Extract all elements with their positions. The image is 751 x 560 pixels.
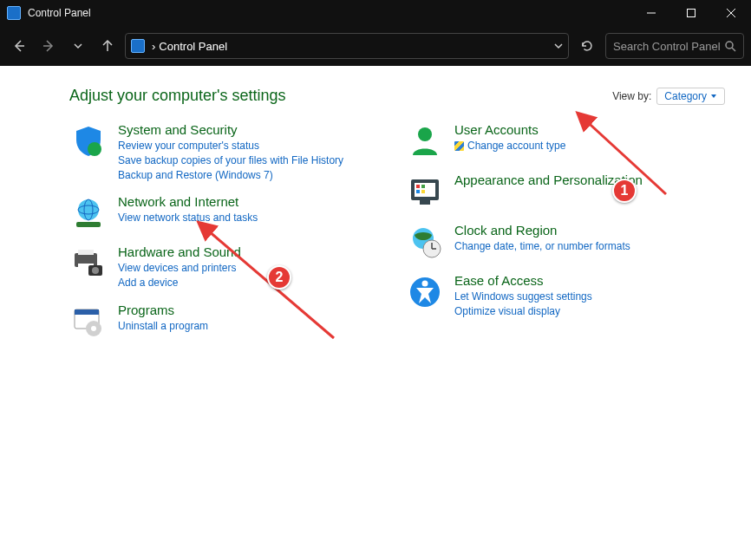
- link-backup-restore[interactable]: Backup and Restore (Windows 7): [118, 168, 389, 183]
- search-input[interactable]: Search Control Panel: [605, 33, 744, 59]
- user-icon: [406, 122, 444, 160]
- chevron-down-icon: [74, 42, 82, 50]
- app-icon: [7, 6, 21, 20]
- close-icon: [727, 9, 735, 17]
- svg-rect-26: [416, 185, 420, 188]
- maximize-button[interactable]: [671, 0, 711, 26]
- annotation-badge-2: 2: [267, 265, 291, 290]
- dropdown-triangle-icon: [710, 93, 717, 100]
- printer-camera-icon: [69, 244, 108, 283]
- minimize-button[interactable]: [631, 0, 671, 26]
- arrow-up-icon: [101, 39, 114, 53]
- address-bar[interactable]: › Control Panel: [125, 33, 569, 59]
- back-button[interactable]: [7, 34, 31, 58]
- breadcrumb-control-panel[interactable]: Control Panel: [159, 40, 227, 53]
- arrow-left-icon: [12, 39, 26, 53]
- svg-rect-1: [688, 10, 695, 17]
- minimize-icon: [647, 9, 656, 17]
- svg-point-10: [78, 199, 99, 220]
- page-title: Adjust your computer's settings: [69, 87, 286, 105]
- appearance-icon: [406, 173, 444, 211]
- navbar: › Control Panel Search Control Panel: [0, 26, 751, 66]
- viewby-value: Category: [664, 90, 707, 102]
- shield-icon: [69, 122, 108, 160]
- recent-locations-button[interactable]: [66, 34, 90, 58]
- programs-icon: [69, 303, 108, 341]
- link-review-status[interactable]: Review your computer's status: [118, 139, 389, 153]
- svg-rect-20: [75, 309, 99, 315]
- breadcrumb-separator: ›: [152, 40, 155, 53]
- svg-rect-27: [421, 185, 425, 188]
- search-icon: [724, 40, 736, 52]
- header-row: Adjust your computer's settings View by:…: [69, 87, 725, 105]
- svg-point-7: [726, 42, 733, 49]
- svg-point-18: [92, 267, 99, 274]
- link-change-date-time[interactable]: Change date, time, or number formats: [454, 239, 725, 254]
- annotation-badge-1: 1: [612, 179, 637, 203]
- accessibility-icon: [406, 273, 444, 311]
- titlebar: Control Panel: [0, 0, 751, 26]
- arrow-right-icon: [42, 39, 56, 53]
- window-title: Control Panel: [28, 7, 91, 19]
- svg-rect-30: [420, 200, 430, 205]
- clock-globe-icon: [406, 223, 444, 261]
- search-placeholder: Search Control Panel: [613, 40, 721, 53]
- close-button[interactable]: [711, 0, 751, 26]
- content-area: Adjust your computer's settings View by:…: [0, 66, 751, 560]
- link-optimize-display[interactable]: Optimize visual display: [454, 304, 725, 319]
- cat-clock-region: Clock and Region Change date, time, or n…: [406, 223, 725, 261]
- svg-rect-13: [76, 222, 101, 227]
- svg-point-9: [88, 142, 101, 156]
- forward-button[interactable]: [36, 34, 61, 58]
- svg-rect-15: [78, 250, 94, 255]
- maximize-icon: [687, 9, 695, 17]
- svg-line-8: [732, 48, 735, 51]
- cat-ease-of-access: Ease of Access Let Windows suggest setti…: [406, 273, 725, 319]
- link-ease-of-access[interactable]: Ease of Access: [454, 273, 725, 288]
- cat-system-security: System and Security Review your computer…: [69, 122, 389, 182]
- svg-rect-28: [416, 190, 420, 193]
- viewby-label: View by:: [612, 90, 651, 102]
- link-network-internet[interactable]: Network and Internet: [118, 194, 389, 209]
- refresh-icon: [580, 39, 594, 53]
- globe-network-icon: [69, 194, 108, 232]
- up-button[interactable]: [95, 34, 120, 58]
- svg-point-22: [91, 326, 96, 331]
- link-suggest-settings[interactable]: Let Windows suggest settings: [454, 290, 725, 304]
- svg-rect-29: [421, 190, 425, 193]
- viewby-dropdown[interactable]: Category: [656, 88, 725, 105]
- svg-point-36: [422, 281, 428, 287]
- svg-point-23: [418, 127, 432, 141]
- link-system-security[interactable]: System and Security: [118, 122, 389, 137]
- link-file-history[interactable]: Save backup copies of your files with Fi…: [118, 153, 389, 168]
- address-dropdown-icon[interactable]: [554, 42, 563, 50]
- refresh-button[interactable]: [574, 33, 600, 59]
- link-clock-region[interactable]: Clock and Region: [454, 223, 725, 238]
- control-panel-icon: [131, 39, 145, 53]
